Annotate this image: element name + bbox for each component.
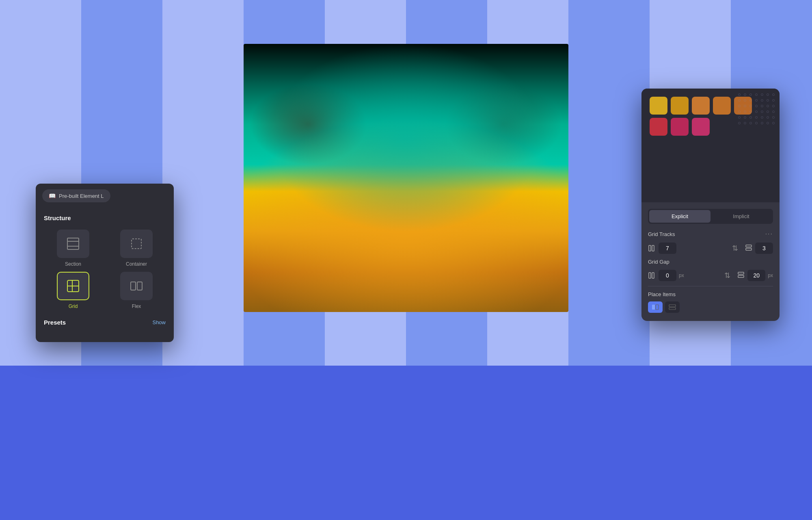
grid-icon-box <box>57 272 89 300</box>
container-label: Container <box>126 261 147 267</box>
place-items-section: Place Items <box>641 291 780 313</box>
grid-tracks-label: Grid Tracks <box>648 231 762 237</box>
place-item-btn-1[interactable] <box>648 301 663 313</box>
panel-header: 📖 Pre-built Element L <box>36 184 174 208</box>
svg-rect-19 <box>669 305 676 307</box>
bottom-band <box>0 366 812 520</box>
svg-rect-12 <box>746 248 752 250</box>
grid-icon <box>66 279 80 293</box>
structure-item-grid[interactable]: Grid <box>44 272 102 309</box>
svg-rect-11 <box>746 245 752 247</box>
tab-explicit[interactable]: Explicit <box>649 210 710 223</box>
structure-item-flex[interactable]: Flex <box>107 272 166 309</box>
grid-label: Grid <box>69 303 78 309</box>
structure-item-section[interactable]: Section <box>44 230 102 267</box>
divider <box>648 286 773 286</box>
svg-rect-16 <box>738 275 744 277</box>
place-items-label: Place Items <box>648 291 773 297</box>
swatch-1-3[interactable] <box>692 97 710 115</box>
tab-row: Explicit Implicit <box>648 209 773 224</box>
tab-implicit[interactable]: Implicit <box>710 210 772 223</box>
grid-tracks-cols-group <box>648 243 676 254</box>
left-panel: 📖 Pre-built Element L Structure Section <box>36 184 174 342</box>
structure-title: Structure <box>44 214 166 221</box>
place-items-icons <box>648 301 773 313</box>
grid-gap-cols-group: px <box>648 270 684 281</box>
grid-tracks-row: Grid Tracks ··· <box>641 230 780 238</box>
grid-gap-cols-unit: px <box>679 273 684 278</box>
place-icon-2 <box>669 304 676 310</box>
place-icon-1 <box>652 304 659 310</box>
grid-gap-label: Grid Gap <box>648 259 773 265</box>
structure-section: Structure Section <box>36 208 174 312</box>
svg-rect-15 <box>738 272 744 274</box>
svg-rect-17 <box>652 305 655 310</box>
grid-tracks-cols-input[interactable] <box>659 243 676 254</box>
swatch-1-2[interactable] <box>671 97 689 115</box>
section-icon-box <box>57 230 89 258</box>
svg-rect-10 <box>652 245 654 251</box>
swatch-1-4[interactable] <box>713 97 731 115</box>
flex-icon <box>129 279 144 293</box>
portrait-container <box>244 44 568 312</box>
gap-rows-icon <box>737 271 745 280</box>
svg-rect-14 <box>652 273 654 278</box>
svg-rect-13 <box>649 273 651 278</box>
svg-rect-20 <box>669 308 676 310</box>
grid-tracks-options-icon[interactable]: ··· <box>765 230 773 238</box>
right-panel: Explicit Implicit Grid Tracks ··· ⇅ Grid… <box>641 89 780 321</box>
rows-icon <box>745 244 753 252</box>
presets-row: Presets Show <box>36 312 174 326</box>
portrait-face-overlay <box>244 44 568 312</box>
grid-tracks-rows-group <box>745 243 773 254</box>
svg-rect-7 <box>131 282 136 290</box>
gap-swap-icon: ⇅ <box>724 271 730 280</box>
columns-icon <box>648 244 656 252</box>
flex-icon-box <box>120 272 153 300</box>
grid-gap-rows-group: px <box>737 270 773 281</box>
place-item-btn-2[interactable] <box>665 301 680 313</box>
grid-gap-rows-unit: px <box>768 273 773 278</box>
structure-item-container[interactable]: Container <box>107 230 166 267</box>
presets-title: Presets <box>44 319 66 326</box>
svg-rect-18 <box>656 305 659 310</box>
book-icon: 📖 <box>49 193 56 199</box>
dot-grid <box>738 93 775 124</box>
swatch-2-1[interactable] <box>650 118 667 136</box>
grid-gap-inputs-row: px ⇅ px <box>641 270 780 281</box>
swatch-2-2[interactable] <box>671 118 689 136</box>
grid-gap-label-row: Grid Gap <box>641 259 780 265</box>
swap-icon: ⇅ <box>732 244 738 253</box>
svg-rect-0 <box>67 238 79 249</box>
gap-cols-icon <box>648 271 656 280</box>
svg-rect-8 <box>137 282 142 290</box>
flex-label: Flex <box>132 303 141 309</box>
prebuilt-element-button[interactable]: 📖 Pre-built Element L <box>42 189 110 202</box>
svg-rect-3 <box>132 239 141 249</box>
swatch-1-1[interactable] <box>650 97 667 115</box>
swatch-2-3[interactable] <box>692 118 710 136</box>
show-link[interactable]: Show <box>152 319 166 325</box>
color-grid-area <box>641 89 780 202</box>
grid-gap-cols-input[interactable] <box>659 270 676 281</box>
structure-grid: Section Container <box>44 230 166 309</box>
grid-tracks-inputs-row: ⇅ <box>641 243 780 254</box>
grid-gap-rows-input[interactable] <box>747 270 765 281</box>
container-icon <box>129 236 144 251</box>
section-label: Section <box>65 261 81 267</box>
grid-tracks-rows-input[interactable] <box>755 243 773 254</box>
panel-header-label: Pre-built Element L <box>59 193 104 199</box>
container-icon-box <box>120 230 153 258</box>
section-icon <box>66 236 80 251</box>
svg-rect-9 <box>649 245 651 251</box>
